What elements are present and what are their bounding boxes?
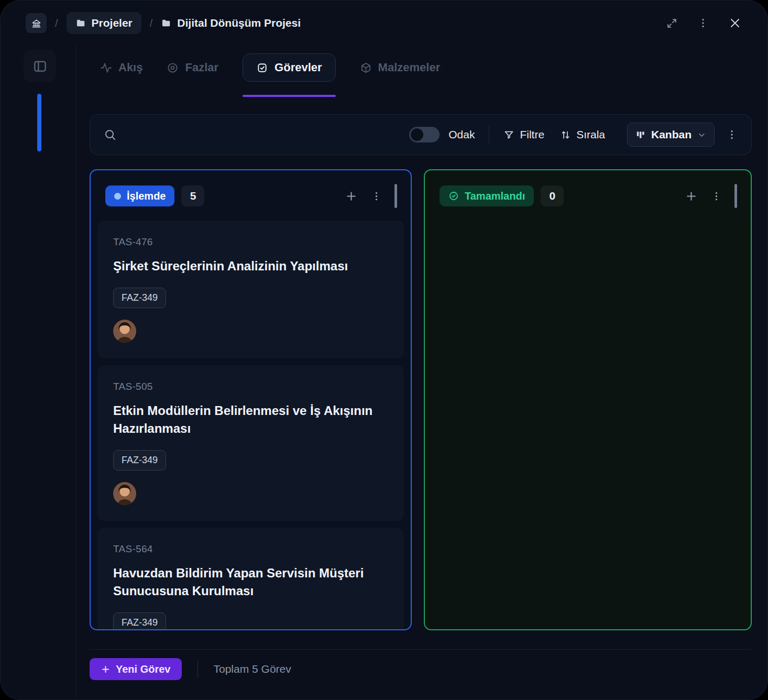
sort-icon — [560, 129, 571, 140]
column-scrollbar[interactable] — [394, 184, 397, 208]
assignee-avatar — [113, 320, 136, 343]
kanban-icon — [635, 130, 645, 140]
footer-divider — [90, 649, 752, 650]
phase-tag[interactable]: FAZ-349 — [113, 288, 166, 308]
kanban-board: İşlemde 5 — [90, 169, 752, 630]
sort-button[interactable]: Sırala — [560, 128, 605, 141]
add-card-button[interactable] — [685, 190, 698, 203]
main-content: Akış Fazlar Görevl — [76, 46, 767, 699]
column-menu-button[interactable] — [711, 191, 722, 202]
task-title: Etkin Modüllerin Belirlenmesi ve İş Akış… — [113, 402, 388, 438]
column-done: Tamamlandı 0 — [424, 169, 752, 630]
search-icon — [104, 128, 116, 141]
task-title: Havuzdan Bildirim Yapan Servisin Müşteri… — [113, 564, 388, 600]
body-row: Akış Fazlar Görevl — [1, 46, 767, 699]
focus-label: Odak — [448, 128, 475, 141]
footer-vertical-divider — [198, 660, 198, 678]
kebab-icon — [711, 191, 722, 202]
toolbar-divider — [489, 126, 489, 144]
search-input[interactable] — [126, 129, 400, 141]
expand-button[interactable] — [666, 18, 677, 29]
window-actions — [666, 17, 741, 29]
breadcrumb-item-projects[interactable]: Projeler — [67, 12, 141, 34]
folder-icon — [75, 18, 86, 28]
tab-label: Malzemeler — [378, 61, 441, 74]
tab-malzemeler[interactable]: Malzemeler — [360, 61, 441, 74]
focus-toggle[interactable] — [409, 127, 440, 143]
task-card[interactable]: TAS-564 Havuzdan Bildirim Yapan Servisin… — [97, 528, 404, 629]
activity-icon — [100, 62, 112, 74]
window-menu-button[interactable] — [697, 17, 709, 29]
column-in-progress: İşlemde 5 — [90, 169, 412, 630]
column-name: Tamamlandı — [465, 190, 525, 202]
plus-icon — [101, 664, 111, 674]
new-task-label: Yeni Görev — [116, 663, 171, 675]
breadcrumb-item-current-project[interactable]: Dijital Dönüşüm Projesi — [161, 17, 301, 29]
breadcrumb-label: Dijital Dönüşüm Projesi — [177, 17, 301, 29]
task-card[interactable]: TAS-476 Şirket Süreçlerinin Analizinin Y… — [97, 221, 404, 358]
task-card[interactable]: TAS-505 Etkin Modüllerin Belirlenmesi ve… — [97, 365, 404, 521]
filter-button[interactable]: Filtre — [503, 128, 544, 141]
column-name: İşlemde — [127, 190, 166, 202]
tab-label: Akış — [118, 61, 142, 74]
column-count-badge: 5 — [181, 185, 204, 206]
check-circle-icon — [448, 191, 459, 201]
column-header: Tamamlandı 0 — [425, 170, 751, 221]
checkbox-icon — [256, 62, 268, 74]
sidebar-scroll-indicator[interactable] — [37, 94, 41, 151]
panel-left-icon — [33, 59, 47, 73]
sidebar-toggle-button[interactable] — [24, 50, 56, 82]
breadcrumb-separator: / — [150, 17, 153, 29]
status-dot-icon — [114, 193, 121, 200]
kebab-icon — [697, 17, 709, 29]
status-pill-in-progress: İşlemde — [105, 185, 174, 206]
close-button[interactable] — [729, 17, 741, 29]
tab-akis[interactable]: Akış — [100, 61, 142, 74]
package-icon — [360, 62, 372, 74]
tab-gorevler[interactable]: Görevler — [243, 53, 336, 82]
tab-label: Görevler — [275, 61, 322, 74]
expand-icon — [666, 18, 677, 29]
tab-label: Fazlar — [185, 61, 218, 74]
assignee-avatar — [113, 482, 136, 505]
building-icon — [31, 18, 41, 28]
task-title: Şirket Süreçlerinin Analizinin Yapılması — [113, 257, 388, 275]
tab-fazlar[interactable]: Fazlar — [167, 61, 218, 74]
toggle-knob — [411, 128, 423, 141]
app-window: / Projeler / Dijital Dönüşüm Projesi — [0, 0, 768, 700]
card-list — [425, 221, 751, 629]
kebab-icon — [371, 191, 382, 202]
column-count-badge: 0 — [541, 185, 564, 206]
add-card-button[interactable] — [345, 190, 358, 203]
total-tasks-label: Toplam 5 Görev — [214, 663, 291, 675]
folder-icon — [161, 18, 171, 28]
new-task-button[interactable]: Yeni Görev — [90, 658, 182, 680]
task-id: TAS-505 — [113, 381, 388, 392]
plus-icon — [345, 190, 358, 203]
sort-label: Sırala — [576, 128, 605, 141]
toolbar-menu-button[interactable] — [726, 129, 738, 140]
breadcrumb-label: Projeler — [92, 17, 133, 29]
breadcrumb-separator: / — [55, 17, 58, 29]
column-scrollbar[interactable] — [734, 184, 737, 208]
phase-tag[interactable]: FAZ-349 — [113, 450, 166, 471]
card-list: TAS-476 Şirket Süreçlerinin Analizinin Y… — [91, 221, 411, 629]
sidebar — [1, 46, 76, 699]
kebab-icon — [726, 129, 738, 140]
task-id: TAS-476 — [113, 236, 388, 248]
view-mode-select[interactable]: Kanban — [627, 123, 715, 147]
target-icon — [167, 62, 179, 74]
top-bar: / Projeler / Dijital Dönüşüm Projesi — [1, 1, 767, 46]
status-pill-done: Tamamlandı — [440, 185, 534, 206]
breadcrumb: / Projeler / Dijital Dönüşüm Projesi — [26, 12, 666, 34]
phase-tag[interactable]: FAZ-349 — [113, 612, 166, 629]
filter-label: Filtre — [520, 128, 544, 141]
column-menu-button[interactable] — [371, 191, 382, 202]
tab-bar: Akış Fazlar Görevl — [100, 52, 752, 83]
workspace-home-button[interactable] — [26, 13, 47, 33]
toolbar: Odak Filtre Sırala — [90, 114, 752, 155]
footer-bar: Yeni Görev Toplam 5 Görev — [90, 658, 752, 680]
close-icon — [729, 17, 741, 29]
active-tab-underline — [243, 95, 336, 97]
chevron-down-icon — [697, 130, 706, 139]
